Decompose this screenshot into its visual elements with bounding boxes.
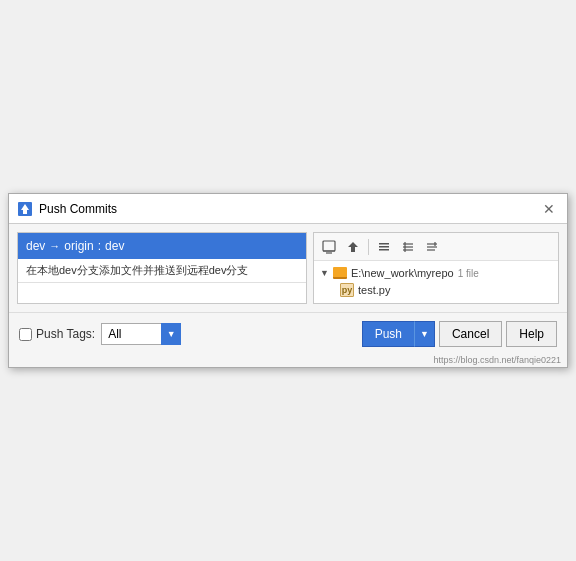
push-tags-area: Push Tags: All None ▼: [19, 323, 354, 345]
file-tree: ▼ E:\new_work\myrepo 1 file py test.py: [314, 261, 558, 303]
toolbar-btn-2[interactable]: [342, 236, 364, 258]
remote-label: origin: [64, 239, 93, 253]
svg-marker-5: [348, 242, 358, 252]
folder-icon: [333, 267, 347, 279]
dialog-footer: Push Tags: All None ▼ Push ▼ Cancel Help: [9, 312, 567, 355]
dialog-title: Push Commits: [39, 202, 117, 216]
repo-path: E:\new_work\myrepo: [351, 267, 454, 279]
toolbar-btn-3[interactable]: [373, 236, 395, 258]
push-commits-dialog: Push Commits ✕ dev → origin : dev 在本地dev…: [8, 193, 568, 368]
help-button[interactable]: Help: [506, 321, 557, 347]
remote-branch: dev: [105, 239, 124, 253]
close-button[interactable]: ✕: [539, 199, 559, 219]
svg-rect-2: [323, 241, 335, 251]
left-panel: dev → origin : dev 在本地dev分支添加文件并推送到远程dev…: [17, 232, 307, 304]
svg-rect-8: [379, 249, 389, 251]
toolbar-btn-5[interactable]: [421, 236, 443, 258]
branch-header: dev → origin : dev: [18, 233, 306, 259]
local-branch: dev: [26, 239, 45, 253]
title-bar: Push Commits ✕: [9, 194, 567, 224]
branch-arrow: →: [49, 240, 60, 252]
tree-repo-row: ▼ E:\new_work\myrepo 1 file: [314, 265, 558, 281]
file-count: 1 file: [458, 268, 479, 279]
right-toolbar: [314, 233, 558, 261]
right-panel: ▼ E:\new_work\myrepo 1 file py test.py: [313, 232, 559, 304]
tree-file-row[interactable]: py test.py: [314, 281, 558, 299]
python-file-icon: py: [340, 283, 354, 297]
push-button[interactable]: Push: [362, 321, 414, 347]
commit-description: 在本地dev分支添加文件并推送到远程dev分支: [18, 259, 306, 283]
tags-select[interactable]: All None: [101, 323, 181, 345]
toolbar-btn-4[interactable]: [397, 236, 419, 258]
tags-select-wrapper: All None ▼: [101, 323, 181, 345]
push-tags-checkbox-wrapper: Push Tags:: [19, 327, 95, 341]
tree-expand-arrow[interactable]: ▼: [320, 268, 329, 278]
svg-rect-6: [379, 243, 389, 245]
toolbar-separator: [368, 239, 369, 255]
watermark: https://blog.csdn.net/fanqie0221: [9, 355, 567, 367]
toolbar-btn-1[interactable]: [318, 236, 340, 258]
dialog-body: dev → origin : dev 在本地dev分支添加文件并推送到远程dev…: [9, 224, 567, 312]
commit-list: [18, 283, 306, 303]
push-tags-checkbox[interactable]: [19, 328, 32, 341]
push-tags-label: Push Tags:: [36, 327, 95, 341]
push-button-wrapper: Push ▼: [362, 321, 435, 347]
action-buttons: Push ▼ Cancel Help: [362, 321, 557, 347]
svg-rect-7: [379, 246, 389, 248]
dialog-icon: [17, 201, 33, 217]
file-name: test.py: [358, 284, 390, 296]
branch-separator: :: [98, 239, 101, 253]
push-dropdown-button[interactable]: ▼: [414, 321, 435, 347]
title-bar-left: Push Commits: [17, 201, 117, 217]
cancel-button[interactable]: Cancel: [439, 321, 502, 347]
